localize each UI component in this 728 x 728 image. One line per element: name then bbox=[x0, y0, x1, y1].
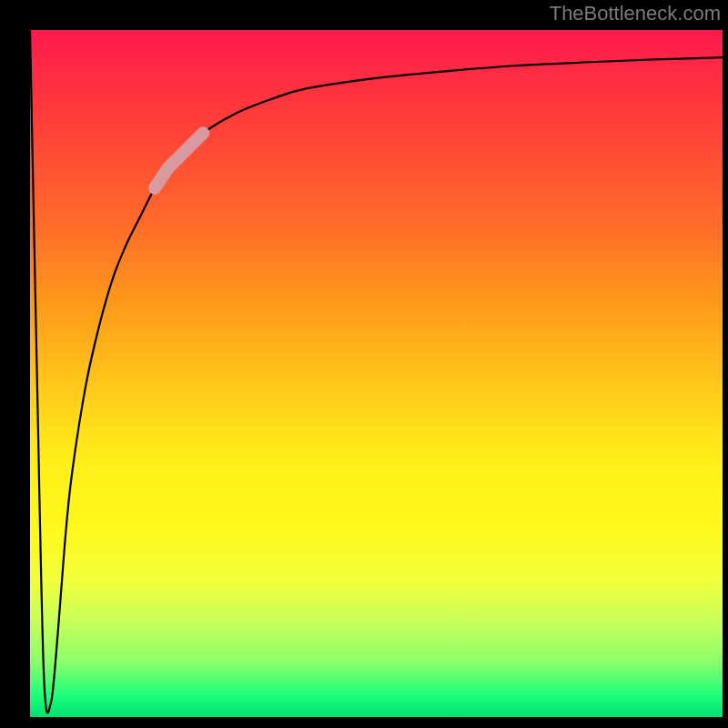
highlight-segment bbox=[155, 133, 203, 187]
bottleneck-curve-path bbox=[30, 30, 723, 713]
plot-area bbox=[30, 30, 723, 717]
chart-frame: TheBottleneck.com bbox=[0, 0, 728, 728]
watermark-text: TheBottleneck.com bbox=[550, 2, 721, 25]
curve-layer bbox=[30, 30, 723, 717]
